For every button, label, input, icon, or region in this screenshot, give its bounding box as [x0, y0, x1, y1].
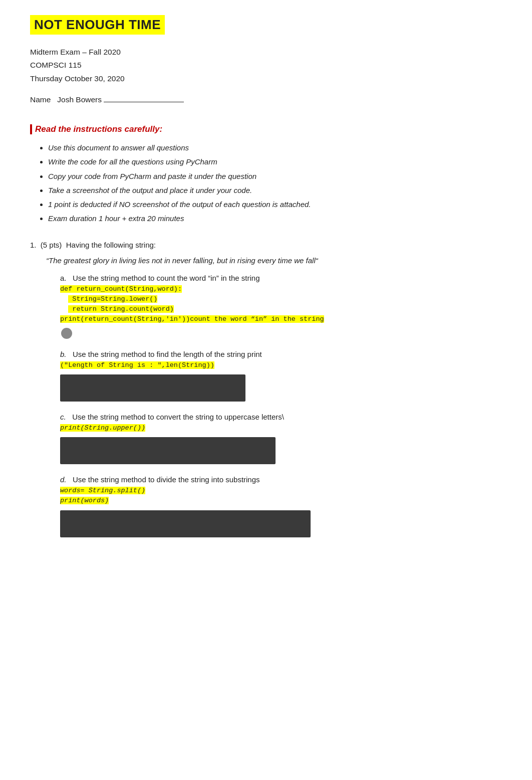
- sub-d-label: d. Use the string method to divide the s…: [60, 475, 502, 484]
- name-line: Name Josh Bowers: [30, 95, 502, 104]
- code-a-line2: String=String.lower(): [68, 295, 157, 303]
- sub-question-c: c. Use the string method to convert the …: [60, 413, 502, 464]
- sub-b-label: b. Use the string method to find the len…: [60, 350, 502, 358]
- code-b-line1: ("Length of String is : ",len(String)): [60, 361, 214, 369]
- exam-info: Midterm Exam – Fall 2020 COMPSCI 115 Thu…: [30, 46, 502, 85]
- screenshot-d-placeholder: [60, 510, 311, 537]
- code-a-line4: print(return_count(String,'in'))count th…: [60, 315, 324, 323]
- exam-line2: COMPSCI 115: [30, 59, 502, 72]
- sub-question-b: b. Use the string method to find the len…: [60, 350, 502, 402]
- instruction-item-3: Copy your code from PyCharm and paste it…: [48, 170, 502, 183]
- code-c-line1: print(String.upper()): [60, 424, 145, 432]
- instruction-item-5: 1 point is deducted if NO screenshot of …: [48, 198, 502, 211]
- instruction-item-4: Take a screenshot of the output and plac…: [48, 184, 502, 197]
- sub-c-code: print(String.upper()): [60, 423, 502, 433]
- sub-b-code: ("Length of String is : ",len(String)): [60, 360, 502, 370]
- name-value: Josh Bowers: [57, 95, 102, 104]
- sub-question-a: a. Use the string method to count the wo…: [60, 274, 502, 339]
- question-1-quote: “The greatest glory in living lies not i…: [46, 256, 502, 265]
- instruction-item-6: Exam duration 1 hour + extra 20 minutes: [48, 212, 502, 225]
- code-d-line1: words= String.split(): [60, 487, 145, 494]
- exam-line1: Midterm Exam – Fall 2020: [30, 46, 502, 59]
- instruction-item-1: Use this document to answer all question…: [48, 141, 502, 154]
- sub-c-label: c. Use the string method to convert the …: [60, 413, 502, 421]
- title-text: NOT ENOUGH TIME: [34, 17, 161, 32]
- screenshot-b-placeholder: [60, 374, 245, 402]
- instructions-heading: Read the instructions carefully:: [30, 124, 502, 134]
- sub-a-code: def return_count(String,word): String=St…: [60, 284, 502, 325]
- question-1: 1. (5 pts) Having the following string: …: [30, 241, 502, 537]
- name-label: Name: [30, 95, 51, 104]
- sub-question-d: d. Use the string method to divide the s…: [60, 475, 502, 537]
- sub-a-label: a. Use the string method to count the wo…: [60, 274, 502, 282]
- code-d-line2: print(words): [60, 497, 109, 504]
- sub-d-code: words= String.split() print(words): [60, 486, 502, 506]
- question-1-label: 1. (5 pts) Having the following string:: [30, 241, 502, 249]
- title-banner: NOT ENOUGH TIME: [30, 15, 165, 35]
- code-a-line1: def return_count(String,word):: [60, 285, 182, 293]
- screenshot-c-placeholder: [60, 437, 276, 464]
- name-underline: [104, 102, 184, 102]
- screenshot-a-placeholder: [61, 328, 72, 339]
- instructions-list: Use this document to answer all question…: [30, 141, 502, 226]
- exam-line3: Thursday October 30, 2020: [30, 72, 502, 85]
- instruction-item-2: Write the code for all the questions usi…: [48, 155, 502, 168]
- code-a-line3: return String.count(word): [68, 305, 174, 313]
